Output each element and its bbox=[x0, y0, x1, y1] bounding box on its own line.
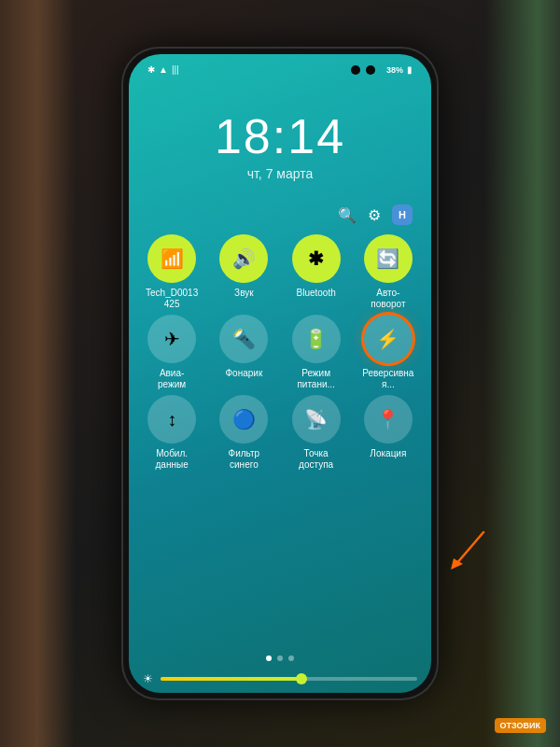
reverse-icon: ⚡ bbox=[376, 328, 399, 350]
phone-screen: ✱ ▲ ||| 38% ▮ 18:14 чт, 7 марта bbox=[129, 54, 431, 693]
blue-filter-icon-circle: 🔵 bbox=[219, 395, 268, 444]
qs-autorotate[interactable]: 🔄 Авто-поворот bbox=[355, 234, 422, 310]
hotspot-label: Точкадоступа bbox=[299, 448, 333, 471]
battery-percentage: 38% bbox=[386, 65, 403, 75]
flashlight-label: Фонарик bbox=[225, 368, 262, 379]
bluetooth-icon: ✱ bbox=[308, 247, 324, 270]
qs-mobile-data[interactable]: ↕ Мобил.данные bbox=[138, 395, 205, 471]
signal-icon: ||| bbox=[172, 64, 179, 75]
mobile-data-icon: ↕ bbox=[167, 409, 176, 430]
bluetooth-status-icon: ✱ bbox=[147, 64, 155, 75]
status-icons-left: ✱ ▲ ||| bbox=[147, 64, 179, 75]
qs-row-2: ✈ Авиа-режим 🔦 Фонарик 🔋 bbox=[138, 315, 422, 390]
qs-location[interactable]: 📍 Локация bbox=[355, 395, 422, 471]
hotspot-icon-circle: 📡 bbox=[292, 395, 341, 444]
left-hand-bg bbox=[0, 0, 75, 747]
qs-power-mode[interactable]: 🔋 Режимпитани... bbox=[283, 315, 350, 390]
reverse-label: Реверсивная... bbox=[362, 368, 413, 390]
h-badge[interactable]: H bbox=[392, 204, 413, 225]
camera-hole-1 bbox=[351, 65, 360, 75]
hotspot-icon: 📡 bbox=[304, 408, 328, 430]
brightness-icon: ☀ bbox=[143, 672, 153, 685]
qs-airplane[interactable]: ✈ Авиа-режим bbox=[138, 315, 205, 390]
sound-icon: 🔊 bbox=[232, 247, 256, 270]
brightness-track[interactable] bbox=[161, 677, 417, 681]
camera-hole-2 bbox=[366, 65, 375, 75]
camera-punch-holes bbox=[351, 65, 375, 75]
qs-sound[interactable]: 🔊 Звук bbox=[210, 234, 277, 310]
qs-bluetooth[interactable]: ✱ Bluetooth bbox=[283, 234, 350, 310]
clock-date: чт, 7 марта bbox=[129, 166, 431, 181]
qs-hotspot[interactable]: 📡 Точкадоступа bbox=[283, 395, 350, 471]
location-label: Локация bbox=[370, 448, 406, 459]
blue-filter-icon: 🔵 bbox=[232, 408, 256, 430]
status-bar: ✱ ▲ ||| 38% ▮ bbox=[129, 54, 431, 80]
brightness-fill bbox=[161, 677, 301, 681]
brightness-bar[interactable]: ☀ bbox=[129, 669, 431, 693]
top-actions: 🔍 ⚙ H bbox=[129, 186, 431, 230]
airplane-label: Авиа-режим bbox=[158, 368, 186, 390]
power-mode-icon-circle: 🔋 bbox=[292, 315, 341, 363]
search-icon[interactable]: 🔍 bbox=[338, 206, 357, 224]
qs-row-1: 📶 Tech_D0013425 🔊 Звук ✱ bbox=[138, 234, 422, 310]
wifi-status-icon: ▲ bbox=[159, 64, 168, 75]
phone-bezel: ✱ ▲ ||| 38% ▮ 18:14 чт, 7 марта bbox=[121, 47, 439, 700]
brightness-thumb bbox=[296, 673, 307, 684]
clock-area: 18:14 чт, 7 марта bbox=[129, 80, 431, 186]
wifi-icon-circle: 📶 bbox=[147, 234, 196, 283]
wifi-label: Tech_D0013425 bbox=[146, 288, 198, 310]
mobile-data-icon-circle: ↕ bbox=[147, 395, 196, 444]
location-icon: 📍 bbox=[376, 408, 399, 430]
qs-flashlight[interactable]: 🔦 Фонарик bbox=[210, 315, 277, 390]
autorotate-icon: 🔄 bbox=[376, 247, 399, 270]
qs-wifi[interactable]: 📶 Tech_D0013425 bbox=[138, 234, 205, 310]
settings-icon[interactable]: ⚙ bbox=[368, 206, 381, 224]
qs-row-3: ↕ Мобил.данные 🔵 Фильтрсинего 📡 bbox=[138, 395, 422, 471]
sound-icon-circle: 🔊 bbox=[219, 234, 268, 283]
page-dot-1 bbox=[266, 655, 272, 661]
page-dots bbox=[129, 648, 431, 669]
page-dot-3 bbox=[288, 655, 294, 661]
autorotate-label: Авто-поворот bbox=[371, 288, 405, 310]
page-dot-2 bbox=[277, 655, 283, 661]
reverse-icon-circle: ⚡ bbox=[364, 315, 413, 363]
flashlight-icon: 🔦 bbox=[232, 328, 256, 350]
blue-filter-label: Фильтрсинего bbox=[229, 448, 260, 471]
right-side-bg bbox=[485, 0, 560, 747]
watermark: ОТЗОВИК bbox=[495, 718, 546, 733]
flashlight-icon-circle: 🔦 bbox=[219, 315, 268, 363]
location-icon-circle: 📍 bbox=[364, 395, 413, 444]
bluetooth-icon-circle: ✱ bbox=[292, 234, 341, 283]
power-mode-label: Режимпитани... bbox=[297, 368, 334, 390]
phone-wrapper: ✱ ▲ ||| 38% ▮ 18:14 чт, 7 марта bbox=[0, 0, 560, 747]
mobile-data-label: Мобил.данные bbox=[156, 448, 189, 471]
autorotate-icon-circle: 🔄 bbox=[364, 234, 413, 283]
airplane-icon-circle: ✈ bbox=[147, 315, 196, 363]
sound-label: Звук bbox=[234, 288, 254, 299]
qs-reverse[interactable]: ⚡ Реверсивная... bbox=[355, 315, 422, 390]
clock-time: 18:14 bbox=[129, 108, 431, 164]
airplane-icon: ✈ bbox=[164, 328, 180, 350]
power-mode-icon: 🔋 bbox=[304, 328, 328, 350]
quick-settings-grid: 📶 Tech_D0013425 🔊 Звук ✱ bbox=[129, 230, 431, 648]
battery-icon: ▮ bbox=[407, 64, 413, 75]
qs-blue-filter[interactable]: 🔵 Фильтрсинего bbox=[210, 395, 277, 471]
bluetooth-label: Bluetooth bbox=[296, 288, 335, 299]
wifi-icon: 📶 bbox=[161, 247, 184, 270]
